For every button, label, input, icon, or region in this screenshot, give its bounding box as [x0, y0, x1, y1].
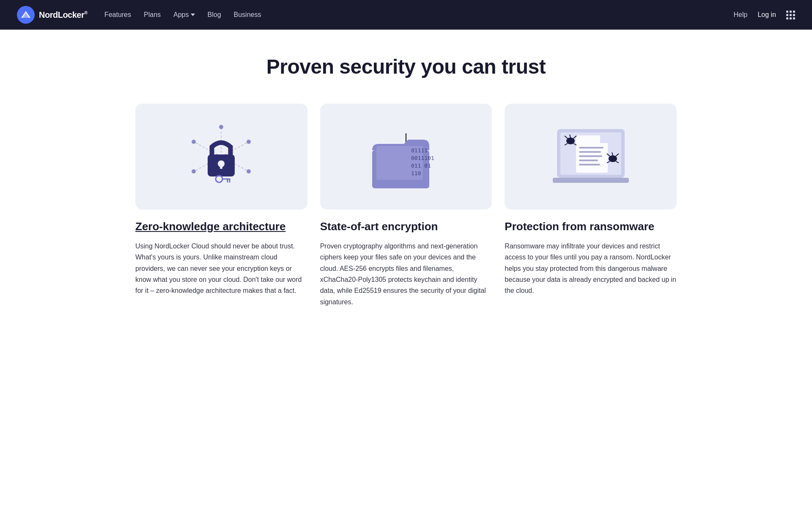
svg-rect-31 [579, 151, 601, 153]
nav-help-link[interactable]: Help [734, 11, 748, 19]
svg-rect-30 [579, 147, 604, 149]
main-content: Proven security you can trust [118, 30, 694, 358]
card-zero-knowledge: Zero-knowledge architecture Using NordLo… [135, 104, 307, 308]
svg-rect-29 [600, 135, 608, 143]
nav-blog-link[interactable]: Blog [208, 11, 221, 19]
svg-text:0011101: 0011101 [411, 155, 434, 161]
svg-point-35 [566, 138, 575, 144]
card-ransomware: Protection from ransomware Ransomware ma… [505, 104, 677, 308]
lock-illustration [179, 116, 263, 197]
folder-illustration: 01111 0011101 011 01 110 [359, 116, 453, 197]
nordlocker-logo-icon [17, 6, 35, 24]
laptop-illustration [544, 116, 637, 197]
nav-logo[interactable]: NordLocker® [17, 6, 88, 24]
svg-point-7 [247, 140, 251, 144]
nav-grid-icon[interactable] [786, 11, 795, 19]
main-nav: NordLocker® Features Plans Apps Blog Bus… [0, 0, 812, 30]
nav-plans-link[interactable]: Plans [144, 11, 161, 19]
svg-point-6 [192, 140, 196, 144]
card-image-lock [135, 104, 307, 209]
zero-knowledge-link[interactable]: Zero-knowledge architecture [135, 220, 285, 233]
card-text-zero-knowledge: Using NordLocker Cloud should never be a… [135, 241, 307, 297]
svg-text:011 01: 011 01 [411, 163, 431, 169]
svg-point-8 [192, 169, 196, 174]
nav-login-button[interactable]: Log in [757, 11, 776, 19]
card-text-ransomware: Ransomware may infiltrate your devices a… [505, 241, 677, 297]
svg-rect-27 [553, 178, 629, 183]
card-image-folder: 01111 0011101 011 01 110 [320, 104, 492, 209]
nav-right: Help Log in [734, 11, 796, 19]
nav-apps-label: Apps [173, 11, 189, 19]
svg-rect-33 [579, 160, 598, 161]
nav-left: NordLocker® Features Plans Apps Blog Bus… [17, 6, 261, 24]
cards-grid: Zero-knowledge architecture Using NordLo… [135, 104, 677, 308]
card-encryption: 01111 0011101 011 01 110 State-of-art en… [320, 104, 492, 308]
chevron-down-icon [191, 14, 195, 16]
page-title: Proven security you can trust [135, 55, 677, 78]
svg-rect-34 [579, 164, 600, 165]
card-text-encryption: Proven cryptography algorithms and next-… [320, 241, 492, 308]
card-image-laptop [505, 104, 677, 209]
svg-point-10 [219, 125, 223, 129]
nav-features-link[interactable]: Features [104, 11, 131, 19]
svg-point-9 [247, 169, 251, 174]
svg-text:110: 110 [411, 170, 421, 176]
nav-logo-text: NordLocker® [39, 10, 88, 20]
nav-links: Features Plans Apps Blog Business [104, 11, 261, 19]
svg-text:01111: 01111 [411, 147, 428, 154]
card-title-zero-knowledge: Zero-knowledge architecture [135, 220, 307, 234]
svg-point-14 [216, 176, 222, 182]
nav-apps-dropdown[interactable]: Apps [173, 11, 195, 19]
svg-point-41 [609, 155, 617, 162]
svg-rect-13 [220, 164, 222, 169]
card-title-ransomware: Protection from ransomware [505, 220, 677, 234]
card-title-encryption: State-of-art encryption [320, 220, 492, 234]
nav-business-link[interactable]: Business [234, 11, 261, 19]
svg-rect-32 [579, 155, 602, 157]
